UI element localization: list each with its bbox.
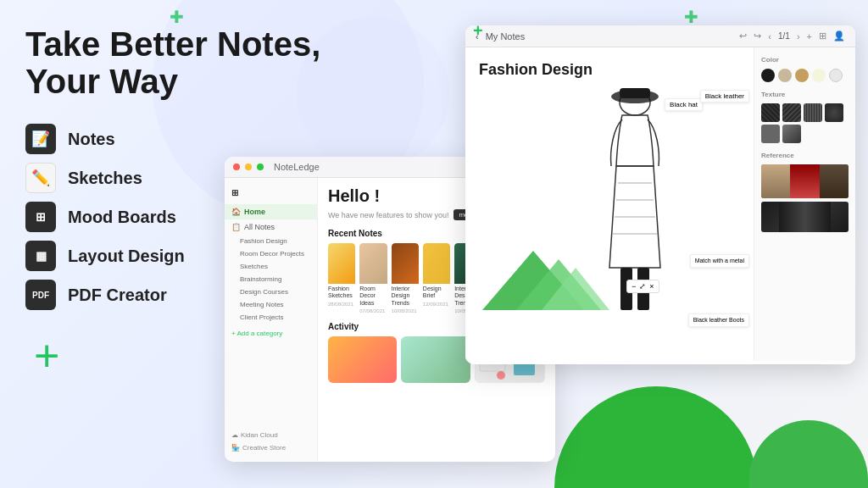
- swatch-tan[interactable]: [778, 69, 792, 82]
- color-section-title: Color: [761, 56, 849, 64]
- swatch-light[interactable]: [829, 69, 843, 82]
- svg-point-4: [497, 371, 505, 380]
- texture-3[interactable]: [804, 103, 822, 122]
- swatch-black[interactable]: [761, 69, 775, 82]
- next-page-icon[interactable]: ›: [797, 31, 800, 42]
- window-titlebar-right: ‹ My Notes ↩ ↪ ‹ 1/1 › + ⊞ 👤: [465, 25, 855, 47]
- sidebar-item-home[interactable]: 🏠 Home: [225, 204, 317, 219]
- note-date-3: 10/08/2021: [392, 308, 419, 313]
- feature-sketches-label: Sketches: [68, 169, 142, 188]
- sidebar-header: ⊞: [225, 185, 317, 201]
- note-label-1: Fashion Sketches: [328, 284, 355, 302]
- titlebar-title-left: NoteLedge: [274, 162, 320, 172]
- category-design-courses[interactable]: Design Courses: [233, 286, 317, 298]
- grid-icon: ⊞: [231, 188, 238, 197]
- kidan-cloud-item[interactable]: ☁ Kidan Cloud: [231, 429, 311, 441]
- note-thumb-1: [328, 243, 355, 284]
- floating-plus-icon: +: [473, 21, 483, 41]
- swatch-cream[interactable]: [812, 69, 826, 82]
- color-swatches: [761, 69, 849, 82]
- fashion-page: Fashion Design: [465, 47, 754, 361]
- sidebar: ⊞ 🏠 Home 📋 All Notes Fashion Design Room…: [225, 178, 318, 461]
- note-label-3: Interior Design Trends: [392, 284, 419, 308]
- decoration-crosshair-2: ✚: [684, 7, 698, 27]
- decoration-crosshair-1: ✚: [170, 7, 184, 27]
- activity-card-1[interactable]: [328, 336, 397, 383]
- texture-section-title: Texture: [761, 91, 849, 98]
- titlebar-dot-red: [233, 164, 240, 170]
- app-title-right: My Notes: [486, 31, 525, 42]
- category-fashion[interactable]: Fashion Design: [233, 235, 317, 247]
- mood-boards-icon: ⊞: [25, 202, 56, 232]
- titlebar-dot-yellow: [245, 164, 252, 170]
- right-content: Fashion Design: [465, 47, 855, 361]
- sidebar-item-all-notes[interactable]: 📋 All Notes: [225, 219, 317, 235]
- note-thumb-4: [423, 243, 450, 284]
- user-icon[interactable]: 👤: [833, 30, 845, 42]
- sidebar-bottom: ☁ Kidan Cloud 🏪 Creative Store: [225, 429, 318, 454]
- match-metal-annotation: Match with a metal: [690, 254, 749, 268]
- sketches-icon: ✏️: [25, 163, 56, 193]
- texture-5[interactable]: [761, 125, 780, 143]
- note-thumb-3: [392, 243, 419, 284]
- headline: Take Better Notes, Your Way: [25, 25, 381, 100]
- pdf-creator-icon: PDF: [25, 280, 56, 310]
- home-icon: 🏠: [231, 208, 241, 216]
- right-app-window: ‹ My Notes ↩ ↪ ‹ 1/1 › + ⊞ 👤 Fashion Des…: [465, 25, 855, 364]
- bottom-blob-1: [554, 386, 758, 488]
- svg-rect-10: [620, 88, 650, 98]
- fashion-design-title: Fashion Design: [479, 61, 740, 79]
- feature-layout-design-label: Layout Design: [68, 247, 185, 266]
- minus-icon[interactable]: −: [632, 282, 636, 291]
- layout-design-icon: ▦: [25, 241, 56, 271]
- svg-rect-3: [514, 363, 535, 375]
- category-meeting[interactable]: Meeting Notes: [233, 298, 317, 311]
- note-label-2: Room Decor Ideas: [359, 284, 387, 308]
- titlebar-nav-right: ↩ ↪ ‹ 1/1 › + ⊞ 👤: [739, 30, 845, 42]
- reference-image-2: [761, 202, 849, 232]
- reference-section-title: Reference: [761, 152, 849, 159]
- image-controls: − ⤢ ×: [626, 280, 659, 293]
- add-page-icon[interactable]: +: [807, 31, 812, 42]
- category-sketches[interactable]: Sketches: [233, 260, 317, 273]
- note-date-2: 07/08/2021: [359, 308, 387, 313]
- titlebar-dot-green: [257, 164, 264, 170]
- feature-mood-boards-label: Mood Boards: [68, 208, 176, 227]
- feature-pdf-creator-label: PDF Creator: [68, 286, 167, 305]
- close-icon[interactable]: ×: [649, 282, 654, 291]
- redo-icon[interactable]: ↪: [754, 30, 761, 42]
- right-panel: Color Texture Reference: [754, 47, 855, 361]
- reference-image-1: [761, 164, 849, 198]
- category-client[interactable]: Client Projects: [233, 311, 317, 324]
- texture-2[interactable]: [782, 103, 801, 122]
- grid-view-icon[interactable]: ⊞: [819, 30, 826, 42]
- note-card-4[interactable]: Design Brief 12/09/2021: [423, 243, 450, 313]
- note-label-4: Design Brief: [423, 284, 450, 302]
- undo-icon[interactable]: ↩: [739, 30, 747, 42]
- note-card-3[interactable]: Interior Design Trends 10/08/2021: [392, 243, 419, 313]
- feature-notes-label: Notes: [68, 130, 115, 149]
- add-category-btn[interactable]: + Add a category: [225, 327, 317, 340]
- prev-page-icon[interactable]: ‹: [768, 31, 771, 42]
- creative-store-item[interactable]: 🏪 Creative Store: [231, 441, 311, 454]
- note-date-1: 28/08/2021: [328, 302, 355, 307]
- notes-list-icon: 📋: [231, 223, 241, 231]
- category-room[interactable]: Room Decor Projects: [233, 247, 317, 260]
- black-boots-annotation: Black leather Boots: [688, 313, 749, 327]
- expand-icon[interactable]: ⤢: [639, 282, 646, 291]
- page-number: 1/1: [778, 31, 790, 41]
- swatch-gold[interactable]: [795, 69, 809, 82]
- texture-4[interactable]: [825, 103, 843, 122]
- category-brainstorm[interactable]: Brainstorming: [233, 273, 317, 286]
- note-thumb-2: [359, 243, 387, 284]
- store-icon: 🏪: [231, 444, 240, 452]
- note-card-2[interactable]: Room Decor Ideas 07/08/2021: [359, 243, 387, 313]
- note-date-4: 12/09/2021: [423, 302, 450, 307]
- texture-6[interactable]: [782, 125, 801, 143]
- bottom-blob-2: [749, 420, 868, 488]
- activity-card-2[interactable]: [401, 336, 470, 383]
- note-card-1[interactable]: Fashion Sketches 28/08/2021: [328, 243, 355, 313]
- texture-1[interactable]: [761, 103, 780, 122]
- black-hat-annotation: Black hat: [665, 98, 703, 111]
- titlebar-nav-left: ‹ My Notes: [476, 31, 525, 42]
